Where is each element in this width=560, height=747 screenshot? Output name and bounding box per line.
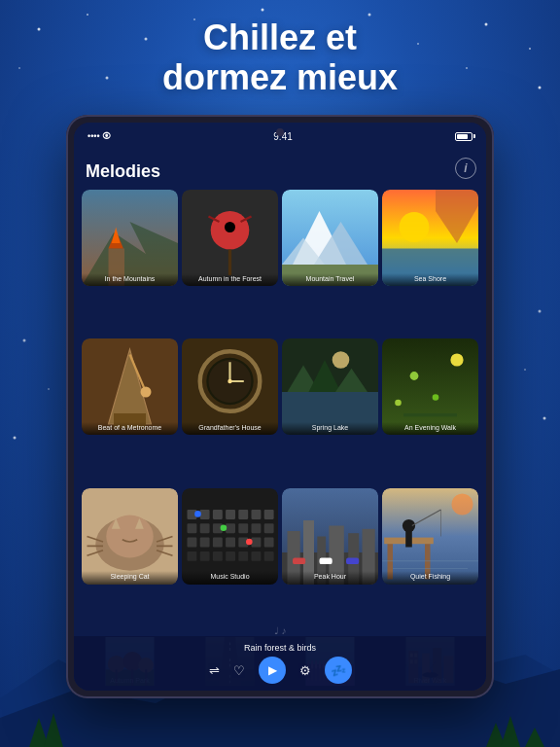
svg-point-14	[23, 339, 26, 342]
player-controls: ⇌ ♡ ▶ ⚙ 💤	[209, 657, 352, 684]
svg-rect-86	[213, 510, 223, 519]
svg-rect-105	[188, 551, 197, 561]
sleep-icon: 💤	[331, 663, 346, 678]
svg-rect-124	[320, 557, 332, 564]
svg-rect-99	[200, 537, 210, 547]
track-name: Rain forest & birds	[244, 643, 316, 653]
svg-rect-97	[264, 523, 274, 533]
item-label-autumn-in-the-forest: Autumn in the Forest	[182, 273, 278, 286]
melodies-grid: In the Mountains Autumn in the Forest Mo…	[74, 190, 486, 633]
thumb-an-evening-walk	[382, 338, 478, 435]
svg-point-66	[450, 354, 463, 367]
svg-point-16	[14, 437, 17, 440]
status-bar: •••• ⦿ 9:41	[74, 123, 486, 150]
svg-rect-104	[264, 537, 274, 547]
device-camera	[276, 128, 284, 136]
svg-rect-103	[252, 537, 262, 547]
svg-rect-90	[264, 510, 274, 519]
item-label-peak-hour: Peak Hour	[282, 571, 378, 584]
battery-fill	[457, 134, 468, 139]
thumb-grandfathers-house	[182, 338, 278, 435]
item-label-in-the-mountains: In the Mountains	[82, 273, 178, 286]
thumb-quiet-fishing	[382, 488, 478, 585]
svg-point-15	[48, 388, 50, 390]
svg-point-44	[400, 212, 430, 242]
svg-rect-87	[226, 510, 235, 519]
item-label-quiet-fishing: Quiet Fishing	[382, 571, 478, 584]
grid-item-sea-shore[interactable]: Sea Shore	[382, 190, 478, 286]
thumb-autumn-in-the-forest	[182, 190, 278, 286]
svg-point-1	[87, 14, 88, 16]
item-label-beat-of-a-metronome: Beat of a Metronome	[82, 422, 178, 435]
thumb-sleeping-cat	[82, 488, 178, 585]
svg-rect-96	[252, 523, 262, 533]
play-icon: ▶	[268, 663, 277, 677]
svg-rect-91	[188, 523, 197, 533]
battery-icon	[455, 132, 472, 141]
svg-rect-123	[293, 557, 305, 564]
svg-point-130	[402, 519, 415, 532]
grid-item-spring-lake[interactable]: Spring Lake	[282, 338, 378, 435]
grid-item-grandfathers-house[interactable]: Grandfather's House	[182, 338, 278, 435]
grid-item-in-the-mountains[interactable]: In the Mountains	[82, 190, 178, 286]
section-title: Melodies	[74, 150, 486, 190]
grid-item-beat-of-a-metronome[interactable]: Beat of a Metronome	[82, 338, 178, 435]
svg-rect-89	[252, 510, 262, 519]
svg-rect-100	[213, 537, 223, 547]
heart-button[interactable]: ♡	[233, 663, 245, 678]
thumb-sea-shore	[382, 190, 478, 286]
svg-rect-88	[238, 510, 248, 519]
svg-rect-94	[226, 523, 235, 533]
thumb-mountain-travel	[282, 190, 378, 286]
headline-line2: dormez mieux	[0, 57, 560, 97]
svg-rect-107	[213, 551, 223, 561]
svg-rect-106	[200, 551, 210, 561]
svg-point-69	[395, 400, 402, 407]
grid-item-an-evening-walk[interactable]: An Evening Walk	[382, 338, 478, 435]
svg-rect-101	[226, 537, 235, 547]
info-button[interactable]: i	[455, 158, 476, 179]
item-label-an-evening-walk: An Evening Walk	[382, 422, 478, 435]
grid-item-mountain-travel[interactable]: Mountain Travel	[282, 190, 378, 286]
item-label-music-studio: Music Studio	[182, 571, 278, 584]
item-label-sleeping-cat: Sleeping Cat	[82, 571, 178, 584]
battery-indicator	[455, 132, 472, 141]
thumb-peak-hour	[282, 488, 378, 585]
grid-item-quiet-fishing[interactable]: Quiet Fishing	[382, 488, 478, 585]
thumb-beat-of-a-metronome	[82, 338, 178, 435]
svg-rect-111	[264, 551, 274, 561]
sleep-button[interactable]: 💤	[325, 657, 352, 684]
thumb-music-studio	[182, 488, 278, 585]
play-button[interactable]: ▶	[259, 657, 286, 684]
svg-point-18	[524, 369, 526, 371]
grid-item-peak-hour[interactable]: Peak Hour	[282, 488, 378, 585]
svg-rect-125	[346, 557, 359, 564]
svg-point-68	[433, 395, 439, 402]
device-frame: •••• ⦿ 9:41 i Melodies	[66, 115, 494, 698]
device-screen: •••• ⦿ 9:41 i Melodies	[74, 123, 486, 691]
mixer-button[interactable]: ⚙	[299, 663, 311, 678]
svg-rect-131	[405, 531, 412, 548]
grid-item-sleeping-cat[interactable]: Sleeping Cat	[82, 488, 178, 585]
item-label-mountain-travel: Mountain Travel	[282, 273, 378, 286]
item-label-spring-lake: Spring Lake	[282, 422, 378, 435]
grid-item-music-studio[interactable]: Music Studio	[182, 488, 278, 585]
svg-rect-85	[200, 510, 210, 519]
svg-point-113	[221, 524, 228, 531]
svg-point-35	[225, 222, 235, 232]
music-notes-decoration: ♩ ♪	[274, 625, 287, 636]
svg-point-19	[543, 417, 546, 420]
headline: Chillez et dormez mieux	[0, 18, 560, 98]
headline-line1: Chillez et	[0, 18, 560, 57]
item-label-grandfathers-house: Grandfather's House	[182, 422, 278, 435]
svg-rect-83	[188, 493, 273, 579]
svg-point-17	[539, 310, 542, 313]
player-bar: Rain forest & birds ⇌ ♡ ▶ ⚙ 💤	[74, 636, 486, 691]
item-label-sea-shore: Sea Shore	[382, 273, 478, 286]
svg-point-114	[246, 538, 253, 545]
svg-rect-65	[382, 338, 478, 435]
app-screen: i Melodies In the Mountains Autumn in th…	[74, 150, 486, 691]
shuffle-button[interactable]: ⇌	[209, 663, 220, 678]
grid-item-autumn-in-the-forest[interactable]: Autumn in the Forest	[182, 190, 278, 286]
svg-rect-92	[200, 523, 210, 533]
